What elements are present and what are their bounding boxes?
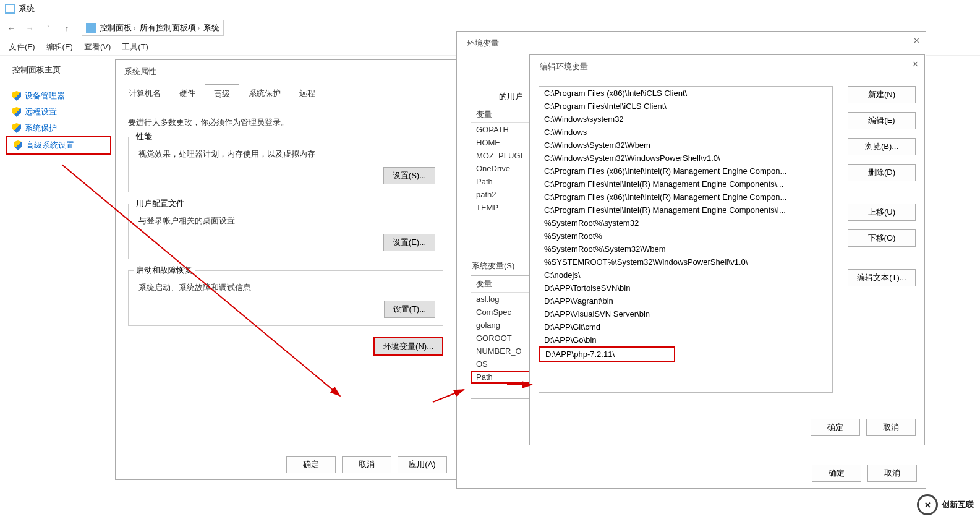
tab-remote[interactable]: 远程 [290,84,325,103]
startup-group: 启动和故障恢复 系统启动、系统故障和调试信息 设置(T)... [128,270,443,326]
menu-tools[interactable]: 工具(T) [122,41,148,53]
cancel-button[interactable]: 取消 [867,465,917,482]
forward-arrow-icon[interactable]: → [23,24,36,33]
back-arrow-icon[interactable]: ← [5,24,17,33]
group-desc: 视觉效果，处理器计划，内存使用，以及虚拟内存 [138,148,435,160]
breadcrumb[interactable]: 控制面板 [100,22,136,33]
close-icon[interactable]: × [913,59,918,70]
list-item[interactable]: MOZ_PLUGI [471,149,538,162]
apply-button[interactable]: 应用(A) [398,456,447,473]
path-list[interactable]: C:\Program Files (x86)\Intel\iCLS Client… [539,86,833,393]
list-item[interactable]: path2 [471,188,538,201]
path-item[interactable]: %SystemRoot%\System32\Wbem [539,242,832,255]
sidebar-item-remote[interactable]: 远程设置 [6,104,111,120]
menu-view[interactable]: 查看(V) [84,41,111,53]
profile-group: 用户配置文件 与登录帐户相关的桌面设置 设置(E)... [128,204,443,259]
path-item[interactable]: D:\APP\TortoiseSVN\bin [539,281,832,294]
list-item[interactable]: NUMBER_O [471,345,538,358]
ok-button[interactable]: 确定 [812,465,861,482]
path-item[interactable]: D:\APP\Go\bin [539,333,832,346]
sidebar-item-label: 系统保护 [25,122,57,134]
path-item[interactable]: C:\nodejs\ [539,268,832,281]
list-item[interactable]: asl.log [471,293,538,306]
path-item[interactable]: C:\Program Files\Intel\Intel(R) Manageme… [539,178,832,191]
list-item[interactable]: OS [471,358,538,371]
dropdown-icon[interactable]: ˅ [42,24,54,33]
edit-text-button[interactable]: 编辑文本(T)... [848,269,916,286]
breadcrumb[interactable]: 所有控制面板项 [140,22,200,33]
close-icon[interactable]: × [914,35,919,46]
up-arrow-icon[interactable]: ↑ [61,24,73,33]
dialog-button-row: 确定 取消 [811,419,916,436]
breadcrumb[interactable]: 系统 [203,22,219,33]
column-header: 变量 [471,276,538,293]
shield-icon [12,91,21,101]
tab-hardware[interactable]: 硬件 [170,84,205,103]
ok-button[interactable]: 确定 [286,456,336,473]
tab-advanced[interactable]: 高级 [205,84,239,103]
cancel-button[interactable]: 取消 [866,419,916,436]
list-item[interactable]: OneDrive [471,162,538,175]
path-item[interactable]: D:\APP\Vagrant\bin [539,294,832,307]
cancel-button[interactable]: 取消 [342,456,391,473]
path-item[interactable]: D:\APP\VisualSVN Server\bin [539,307,832,320]
path-item[interactable]: C:\Program Files (x86)\Intel\Intel(R) Ma… [539,191,832,204]
move-down-button[interactable]: 下移(O) [848,229,916,247]
path-item[interactable]: C:\Windows [539,126,832,139]
dialog-button-row: 确定 取消 [812,465,917,482]
path-item[interactable]: C:\Windows\system32 [539,113,832,126]
path-item[interactable]: C:\Program Files\Intel\iCLS Client\ [539,100,832,113]
sys-vars-list[interactable]: 变量 asl.logComSpecgolangGOROOTNUMBER_OOSP… [471,275,539,399]
sidebar-item-protection[interactable]: 系统保护 [6,120,111,136]
shield-icon [14,140,22,150]
dialog-button-row: 确定 取消 应用(A) [286,456,447,473]
sysprop-tabs: 计算机名 硬件 高级 系统保护 远程 [119,84,452,103]
window-icon [5,4,15,14]
address-bar[interactable]: 控制面板 所有控制面板项 系统 [82,20,224,36]
settings-button-profile[interactable]: 设置(E)... [383,234,435,251]
path-item[interactable]: C:\Program Files\Intel\Intel(R) Manageme… [539,204,832,217]
list-item[interactable]: TEMP [471,201,538,214]
new-button[interactable]: 新建(N) [848,86,916,103]
list-item[interactable]: HOME [471,136,538,149]
edit-env-var-dialog: 编辑环境变量 × C:\Program Files (x86)\Intel\iC… [529,54,925,445]
path-item[interactable]: D:\APP\php-7.2.11\ [539,346,675,362]
control-panel-sidebar: 控制面板主页 设备管理器 远程设置 系统保护 高级系统设置 [6,61,111,155]
tab-protection[interactable]: 系统保护 [239,84,290,103]
settings-button-startup[interactable]: 设置(T)... [384,301,435,318]
browse-button[interactable]: 浏览(B)... [848,138,916,155]
path-item[interactable]: C:\Program Files (x86)\Intel\Intel(R) Ma… [539,165,832,178]
dialog-title: 编辑环境变量 [530,55,924,79]
edit-side-buttons: 新建(N) 编辑(E) 浏览(B)... 删除(D) 上移(U) 下移(O) 编… [848,86,916,286]
delete-button[interactable]: 删除(D) [848,164,916,181]
list-item[interactable]: Path [471,371,538,384]
sidebar-item-device-manager[interactable]: 设备管理器 [6,88,111,104]
user-vars-list[interactable]: 变量 GOPATHHOMEMOZ_PLUGIOneDrivePathpath2T… [471,106,539,229]
list-item[interactable]: GOPATH [471,123,538,136]
list-item[interactable]: ComSpec [471,306,538,319]
ok-button[interactable]: 确定 [811,419,860,436]
menu-file[interactable]: 文件(F) [9,41,35,53]
list-item[interactable]: Path [471,175,538,188]
tab-computer-name[interactable]: 计算机名 [119,84,170,103]
edit-button[interactable]: 编辑(E) [848,112,916,129]
group-legend: 性能 [134,131,155,142]
sidebar-header: 控制面板主页 [6,61,111,79]
settings-button-perf[interactable]: 设置(S)... [383,167,435,184]
menu-edit[interactable]: 编辑(E) [46,41,73,53]
path-item[interactable]: %SYSTEMROOT%\System32\WindowsPowerShell\… [539,255,832,268]
move-up-button[interactable]: 上移(U) [848,204,916,221]
path-item[interactable]: %SystemRoot% [539,229,832,242]
list-item[interactable]: golang [471,319,538,332]
sidebar-item-advanced[interactable]: 高级系统设置 [6,136,111,155]
watermark-text: 创新互联 [942,499,974,510]
path-item[interactable]: C:\Windows\System32\Wbem [539,139,832,152]
sidebar-item-label: 远程设置 [25,106,57,118]
path-item[interactable]: %SystemRoot%\system32 [539,217,832,229]
env-vars-button[interactable]: 环境变量(N)... [373,337,443,356]
path-item[interactable]: C:\Windows\System32\WindowsPowerShell\v1… [539,152,832,165]
watermark-logo: ✕ 创新互联 [917,494,974,515]
path-item[interactable]: D:\APP\Git\cmd [539,320,832,333]
path-item[interactable]: C:\Program Files (x86)\Intel\iCLS Client… [539,87,832,100]
list-item[interactable]: GOROOT [471,332,538,345]
